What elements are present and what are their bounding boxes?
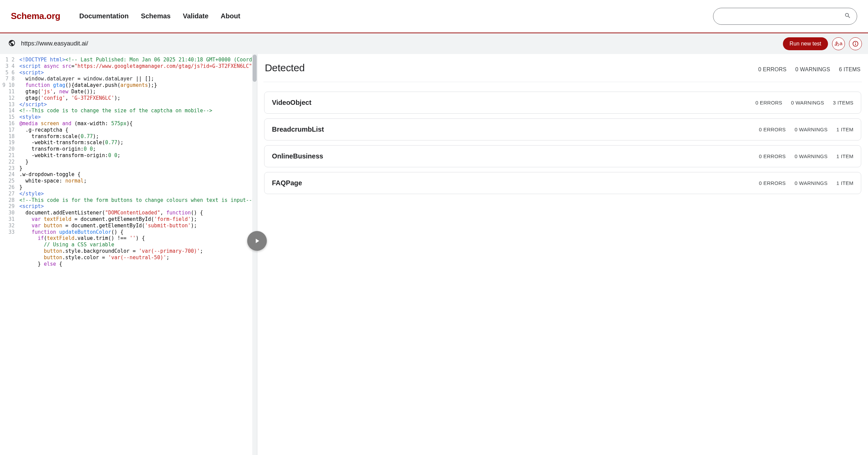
logo[interactable]: Schema.org xyxy=(11,11,60,21)
nav-schemas[interactable]: Schemas xyxy=(141,12,171,20)
search-input[interactable] xyxy=(713,8,857,25)
card-warnings: 0 WARNINGS xyxy=(794,180,827,186)
summary-errors: 0 ERRORS xyxy=(758,67,786,73)
card-errors: 0 ERRORS xyxy=(759,127,786,132)
results-header: Detected 0 ERRORS 0 WARNINGS 6 ITEMS xyxy=(263,62,862,82)
result-card[interactable]: FAQPage0 ERRORS0 WARNINGS1 ITEM xyxy=(264,172,861,194)
card-errors: 0 ERRORS xyxy=(755,100,782,106)
header: Schema.org Documentation Schemas Validat… xyxy=(0,0,868,33)
svg-point-2 xyxy=(855,42,856,42)
card-items: 1 ITEM xyxy=(836,153,853,159)
card-warnings: 0 WARNINGS xyxy=(794,127,827,132)
scrollbar-track[interactable] xyxy=(252,54,257,455)
card-title: BreadcrumbList xyxy=(272,126,324,133)
card-items: 1 ITEM xyxy=(836,180,853,186)
card-title: FAQPage xyxy=(272,179,302,187)
card-items: 3 ITEMS xyxy=(833,100,853,106)
result-card[interactable]: OnlineBusiness0 ERRORS0 WARNINGS1 ITEM xyxy=(264,145,861,167)
code-view[interactable]: <!DOCTYPE html><!-- Last Published: Mon … xyxy=(18,54,257,267)
nav: Documentation Schemas Validate About xyxy=(79,12,240,20)
card-title: VideoObject xyxy=(272,99,311,107)
result-card[interactable]: VideoObject0 ERRORS0 WARNINGS3 ITEMS xyxy=(264,92,861,114)
code-panel: 1 2 3 4 5 6 7 8 9 10 11 12 13 14 15 16 1… xyxy=(0,54,257,455)
search-icon[interactable] xyxy=(844,12,851,20)
results-panel: Detected 0 ERRORS 0 WARNINGS 6 ITEMS Vid… xyxy=(257,54,868,455)
nav-about[interactable]: About xyxy=(221,12,240,20)
search-wrap xyxy=(713,8,857,25)
globe-icon xyxy=(6,37,18,50)
card-errors: 0 ERRORS xyxy=(759,153,786,159)
card-title: OnlineBusiness xyxy=(272,152,323,160)
nav-validate[interactable]: Validate xyxy=(183,12,209,20)
url-display: https://www.easyaudit.ai/ xyxy=(21,40,88,47)
card-warnings: 0 WARNINGS xyxy=(794,153,827,159)
line-gutter: 1 2 3 4 5 6 7 8 9 10 11 12 13 14 15 16 1… xyxy=(0,54,18,235)
nav-documentation[interactable]: Documentation xyxy=(79,12,129,20)
card-warnings: 0 WARNINGS xyxy=(791,100,824,106)
toolbar: https://www.easyaudit.ai/ Run new test あ… xyxy=(0,33,868,54)
play-button[interactable] xyxy=(247,231,267,251)
language-button[interactable]: あa xyxy=(832,37,845,50)
card-errors: 0 ERRORS xyxy=(759,180,786,186)
card-items: 1 ITEM xyxy=(836,127,853,132)
result-card[interactable]: BreadcrumbList0 ERRORS0 WARNINGS1 ITEM xyxy=(264,118,861,140)
info-button[interactable] xyxy=(849,37,862,50)
summary-warnings: 0 WARNINGS xyxy=(795,67,830,73)
main: 1 2 3 4 5 6 7 8 9 10 11 12 13 14 15 16 1… xyxy=(0,54,868,455)
summary-items: 6 ITEMS xyxy=(839,67,861,73)
run-new-test-button[interactable]: Run new test xyxy=(783,37,828,50)
scrollbar-thumb[interactable] xyxy=(253,55,257,82)
results-title: Detected xyxy=(265,62,305,74)
